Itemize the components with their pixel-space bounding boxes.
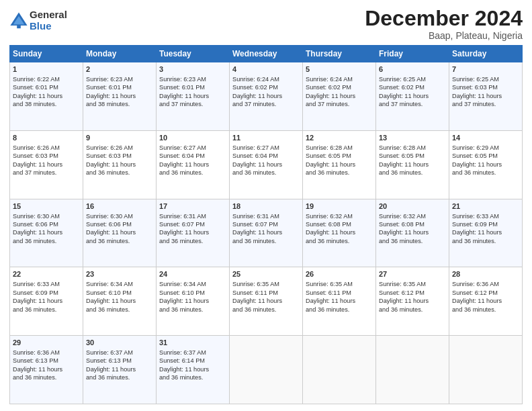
table-row: 18Sunrise: 6:31 AMSunset: 6:07 PMDayligh…: [230, 199, 303, 267]
day-number: 19: [306, 201, 373, 212]
table-row: 24Sunrise: 6:34 AMSunset: 6:10 PMDayligh…: [157, 267, 230, 336]
day-number: 6: [379, 64, 446, 75]
table-row: [449, 336, 523, 404]
day-number: 7: [452, 64, 519, 75]
day-number: 24: [159, 269, 226, 279]
table-row: [230, 336, 303, 404]
day-number: 16: [86, 201, 153, 212]
svg-rect-2: [17, 24, 21, 28]
day-number: 23: [86, 269, 153, 279]
table-row: 15Sunrise: 6:30 AMSunset: 6:06 PMDayligh…: [10, 199, 83, 267]
logo-icon: [9, 11, 28, 30]
day-number: 5: [306, 64, 373, 75]
logo-general: General: [30, 9, 67, 21]
day-number: 13: [379, 133, 446, 143]
day-number: 27: [379, 269, 446, 279]
day-number: 12: [306, 133, 373, 143]
day-number: 9: [86, 133, 153, 143]
day-number: 3: [159, 64, 226, 75]
logo-text: General Blue: [30, 9, 67, 32]
table-row: 11Sunrise: 6:27 AMSunset: 6:04 PMDayligh…: [230, 130, 303, 199]
header-row: Sunday Monday Tuesday Wednesday Thursday…: [10, 46, 523, 62]
table-row: 10Sunrise: 6:27 AMSunset: 6:04 PMDayligh…: [157, 130, 230, 199]
table-row: 2Sunrise: 6:23 AMSunset: 6:01 PMDaylight…: [83, 62, 157, 131]
table-row: 14Sunrise: 6:29 AMSunset: 6:05 PMDayligh…: [449, 130, 523, 199]
table-row: 31Sunrise: 6:37 AMSunset: 6:14 PMDayligh…: [157, 336, 230, 404]
table-row: 6Sunrise: 6:25 AMSunset: 6:02 PMDaylight…: [376, 62, 449, 131]
day-number: 26: [306, 269, 373, 279]
col-monday: Monday: [83, 46, 157, 62]
table-row: [376, 336, 449, 404]
page: General Blue December 2024 Baap, Plateau…: [0, 0, 532, 411]
table-row: 17Sunrise: 6:31 AMSunset: 6:07 PMDayligh…: [157, 199, 230, 267]
col-wednesday: Wednesday: [230, 46, 303, 62]
col-saturday: Saturday: [449, 46, 523, 62]
day-number: 18: [232, 201, 300, 212]
calendar-week-1: 8Sunrise: 6:26 AMSunset: 6:03 PMDaylight…: [10, 130, 523, 199]
table-row: 7Sunrise: 6:25 AMSunset: 6:03 PMDaylight…: [449, 62, 523, 131]
table-row: 9Sunrise: 6:26 AMSunset: 6:03 PMDaylight…: [83, 130, 157, 199]
table-row: 28Sunrise: 6:36 AMSunset: 6:12 PMDayligh…: [449, 267, 523, 336]
col-friday: Friday: [376, 46, 449, 62]
day-number: 29: [13, 338, 80, 348]
logo: General Blue: [9, 9, 67, 32]
table-row: 26Sunrise: 6:35 AMSunset: 6:11 PMDayligh…: [303, 267, 376, 336]
col-tuesday: Tuesday: [157, 46, 230, 62]
logo-blue: Blue: [30, 21, 67, 32]
day-number: 22: [13, 269, 80, 279]
table-row: 4Sunrise: 6:24 AMSunset: 6:02 PMDaylight…: [230, 62, 303, 131]
table-row: 23Sunrise: 6:34 AMSunset: 6:10 PMDayligh…: [83, 267, 157, 336]
table-row: 13Sunrise: 6:28 AMSunset: 6:05 PMDayligh…: [376, 130, 449, 199]
calendar-week-0: 1Sunrise: 6:22 AMSunset: 6:01 PMDaylight…: [10, 62, 523, 131]
day-number: 14: [452, 133, 519, 143]
day-number: 4: [232, 64, 300, 75]
table-row: 1Sunrise: 6:22 AMSunset: 6:01 PMDaylight…: [10, 62, 83, 131]
day-number: 10: [159, 133, 226, 143]
table-row: 22Sunrise: 6:33 AMSunset: 6:09 PMDayligh…: [10, 267, 83, 336]
col-thursday: Thursday: [303, 46, 376, 62]
table-row: 30Sunrise: 6:37 AMSunset: 6:13 PMDayligh…: [83, 336, 157, 404]
table-row: 19Sunrise: 6:32 AMSunset: 6:08 PMDayligh…: [303, 199, 376, 267]
day-number: 28: [452, 269, 519, 279]
table-row: 16Sunrise: 6:30 AMSunset: 6:06 PMDayligh…: [83, 199, 157, 267]
day-number: 11: [232, 133, 300, 143]
main-title: December 2024: [365, 7, 523, 30]
calendar-week-2: 15Sunrise: 6:30 AMSunset: 6:06 PMDayligh…: [10, 199, 523, 267]
table-row: 29Sunrise: 6:36 AMSunset: 6:13 PMDayligh…: [10, 336, 83, 404]
day-number: 17: [159, 201, 226, 212]
header: General Blue December 2024 Baap, Plateau…: [9, 7, 523, 41]
col-sunday: Sunday: [10, 46, 83, 62]
calendar-table: Sunday Monday Tuesday Wednesday Thursday…: [9, 45, 523, 404]
table-row: 12Sunrise: 6:28 AMSunset: 6:05 PMDayligh…: [303, 130, 376, 199]
table-row: 21Sunrise: 6:33 AMSunset: 6:09 PMDayligh…: [449, 199, 523, 267]
day-number: 20: [379, 201, 446, 212]
table-row: 25Sunrise: 6:35 AMSunset: 6:11 PMDayligh…: [230, 267, 303, 336]
day-number: 1: [13, 64, 80, 75]
day-number: 21: [452, 201, 519, 212]
table-row: 8Sunrise: 6:26 AMSunset: 6:03 PMDaylight…: [10, 130, 83, 199]
table-row: 20Sunrise: 6:32 AMSunset: 6:08 PMDayligh…: [376, 199, 449, 267]
table-row: 5Sunrise: 6:24 AMSunset: 6:02 PMDaylight…: [303, 62, 376, 131]
subtitle: Baap, Plateau, Nigeria: [365, 30, 523, 41]
table-row: 27Sunrise: 6:35 AMSunset: 6:12 PMDayligh…: [376, 267, 449, 336]
table-row: [303, 336, 376, 404]
calendar-week-3: 22Sunrise: 6:33 AMSunset: 6:09 PMDayligh…: [10, 267, 523, 336]
calendar-week-4: 29Sunrise: 6:36 AMSunset: 6:13 PMDayligh…: [10, 336, 523, 404]
day-number: 15: [13, 201, 80, 212]
day-number: 30: [86, 338, 153, 348]
day-number: 8: [13, 133, 80, 143]
day-number: 2: [86, 64, 153, 75]
table-row: 3Sunrise: 6:23 AMSunset: 6:01 PMDaylight…: [157, 62, 230, 131]
day-number: 31: [159, 338, 226, 348]
title-block: December 2024 Baap, Plateau, Nigeria: [365, 7, 523, 41]
day-number: 25: [232, 269, 300, 279]
